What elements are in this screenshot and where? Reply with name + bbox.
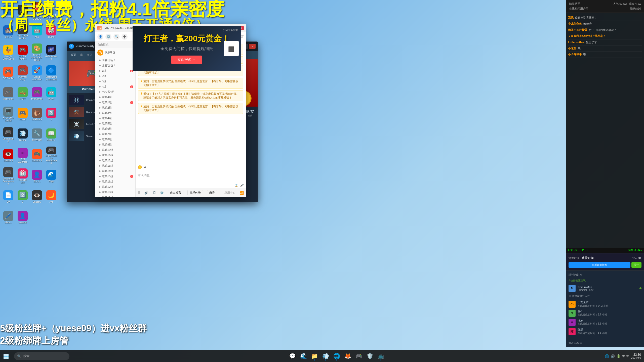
- desktop-icon-33[interactable]: 🏥 Hospital 000: [16, 166, 29, 186]
- tree-item-19[interactable]: ▶ 吃鸡13组: [95, 163, 135, 168]
- tree-item-8[interactable]: ▶ 吃鸡2组: [95, 105, 135, 110]
- music-btn[interactable]: 音乐体验: [187, 190, 203, 195]
- tree-item-11[interactable]: ▶ 吃鸡5组: [95, 121, 135, 126]
- taskbar-wechat[interactable]: 💬: [287, 351, 297, 361]
- desktop-icon-39[interactable]: 🌙 Arc: [44, 187, 58, 207]
- tree-item-3[interactable]: ▶ 3组: [95, 79, 135, 84]
- font-button[interactable]: A: [144, 165, 146, 169]
- banner-cta-btn[interactable]: 立即报名 →: [171, 56, 202, 64]
- taskbar-edge[interactable]: 🌊: [298, 351, 308, 361]
- desktop-icon-38[interactable]: 👁️ Shadow: [30, 187, 44, 207]
- app-center-btn[interactable]: 应用中心: [224, 191, 235, 195]
- desktop-icon-1[interactable]: 🎵 Studio One: [16, 1, 29, 21]
- mic-icon[interactable]: 🎵: [152, 191, 156, 195]
- desktop-icon-19[interactable]: 🤖 WAAI: [44, 84, 58, 104]
- desktop-icon-24[interactable]: 🎮 LeadTeam8: [1, 125, 15, 145]
- desktop-icon-41[interactable]: 👤 tuese09: [16, 207, 29, 228]
- desktop-icon-4[interactable]: 🏰 迪士尼: [1, 22, 15, 42]
- free-speak-btn[interactable]: 自由发言: [168, 190, 183, 195]
- desktop-icon-28[interactable]: 👁️ Outlast 2: [1, 146, 15, 166]
- taskbar-yy[interactable]: 📺: [376, 351, 386, 361]
- desktop-icon-13[interactable]: 🎮 Pummel Party: [16, 63, 29, 83]
- nav-search-icon[interactable]: 🔍: [113, 34, 119, 40]
- tree-item-5[interactable]: ▶ 七少爷4组: [95, 89, 135, 95]
- nav-settings-icon[interactable]: ⚙️: [105, 34, 111, 40]
- taskbar-explorer[interactable]: 📁: [309, 351, 319, 361]
- desktop-icon-6[interactable]: 🤖 AI出: [30, 22, 44, 42]
- volume-icon[interactable]: 🔊: [144, 191, 148, 195]
- desktop-icon-10[interactable]: 🎨 Draw & Play by Re-Build: [30, 42, 44, 63]
- desktop-icon-31[interactable]: 🎮 SuperMassive Remastered: [44, 146, 58, 166]
- network-icon[interactable]: 🌐: [605, 354, 609, 358]
- desktop-icon-29[interactable]: ∞ 无限WGames: [16, 146, 29, 166]
- desktop-icon-16[interactable]: 🎮 WesMame: [1, 84, 15, 104]
- desktop-icon-26[interactable]: 🔧 DEVPOR: [30, 125, 44, 145]
- tree-item-2[interactable]: ▶ 2组: [95, 73, 135, 79]
- settings-icon[interactable]: ⚙️: [160, 191, 164, 195]
- nav-add-icon[interactable]: ➕: [122, 34, 128, 40]
- nav-home[interactable]: 首页: [69, 52, 77, 58]
- taskbar-shield[interactable]: 🛡️: [365, 351, 375, 361]
- ime-icon[interactable]: 中: [622, 354, 625, 358]
- desktop-icon-9[interactable]: 🎮 Roblox Frontier: [16, 42, 29, 63]
- tree-item-25[interactable]: ▶ 吃鸡19组: [95, 195, 135, 197]
- tree-item-6[interactable]: ▶ 吃鸡4组: [95, 95, 135, 100]
- signal-icon[interactable]: 📶: [239, 191, 244, 195]
- desktop-icon-7[interactable]: 🎲 DLots: [44, 22, 58, 42]
- desktop-icon-15[interactable]: 🔷 Blackwoods Microsoft: [44, 63, 58, 83]
- desktop-icon-32[interactable]: 🎮 Secondold Remastered: [1, 166, 15, 186]
- desktop-icon-14[interactable]: 🚀 Broad Launcher: [30, 63, 44, 83]
- taskbar-chrome[interactable]: 🌐: [332, 351, 342, 361]
- desktop-icon-21[interactable]: 🎮 XOPK: [16, 104, 29, 124]
- desktop-icon-2[interactable]: 🎯 PUBG BATTLEGROUNDS: [30, 1, 44, 21]
- close-button[interactable]: ✕: [249, 44, 256, 49]
- volume-icon[interactable]: 🔊: [611, 354, 615, 358]
- tree-item-7[interactable]: ▶ 吃鸡1组1: [95, 100, 135, 105]
- nav-store[interactable]: 商店: [85, 52, 94, 58]
- search-bar[interactable]: 🔍 搜索: [14, 352, 69, 360]
- battery-icon[interactable]: 🔋: [616, 354, 621, 358]
- tree-item-18[interactable]: ▶ 吃鸡12组: [95, 158, 135, 163]
- tree-item-16[interactable]: ▶ 吃鸡10组: [95, 147, 135, 153]
- desktop-icon-17[interactable]: 🛶 RAFT: [16, 84, 29, 104]
- desktop-icon-18[interactable]: 🎮 PrisGames: [30, 84, 44, 104]
- nav-avatar-icon[interactable]: 👤: [97, 34, 103, 40]
- desktop-icon-23[interactable]: 3️⃣ 3: [44, 104, 58, 124]
- expand-icon[interactable]: ⊞: [638, 341, 641, 345]
- desktop-icon-36[interactable]: 📄 CV: [1, 187, 15, 207]
- tree-item-17[interactable]: ▶ 吃鸡11组: [95, 153, 135, 158]
- desktop-icon-12[interactable]: 🎮 GG Studio: [1, 63, 15, 83]
- tree-item-13[interactable]: ▶ 吃鸡7组: [95, 131, 135, 137]
- lang-icon[interactable]: 中: [626, 354, 629, 358]
- desktop-icon-5[interactable]: 🎮 The Player Center: [16, 22, 29, 42]
- send-options-icon[interactable]: ⌛: [235, 184, 238, 187]
- desktop-icon-0[interactable]: 🎮 BIGW2ME: [1, 1, 15, 21]
- record-btn[interactable]: 录音: [207, 190, 217, 195]
- desktop-icon-11[interactable]: 🌌 Galacticware: [44, 42, 58, 63]
- news-btn[interactable]: 查看最新新闻: [569, 262, 630, 268]
- follow-btn[interactable]: 关注: [631, 262, 641, 268]
- tree-item-1[interactable]: ▶ 1组1: [95, 68, 135, 73]
- taskbar-steam[interactable]: 💨: [320, 351, 331, 361]
- tree-item-4[interactable]: ▶ 4组1: [95, 84, 135, 89]
- desktop-icon-27[interactable]: 📖 Read I...: [44, 125, 58, 145]
- voice-icon[interactable]: 🎤: [240, 184, 244, 187]
- tree-item-12[interactable]: ▶ 吃鸡6组: [95, 126, 135, 131]
- my-channel[interactable]: 马 快乐马场: [95, 48, 135, 57]
- tree-item-15[interactable]: ▶ 吃鸡9组: [95, 142, 135, 147]
- chat-text-input[interactable]: [136, 171, 246, 183]
- desktop-icon-8[interactable]: 🦆 Google Duck Duck: [1, 42, 15, 63]
- desktop-icon-3[interactable]: 💎 Diamond Together: [44, 1, 58, 21]
- clock[interactable]: 23:30 2024/9/9: [631, 353, 641, 359]
- tree-item-9[interactable]: ▶ 吃鸡3组: [95, 110, 135, 116]
- tree-item-10[interactable]: ▶ 吃鸡4组: [95, 116, 135, 121]
- desktop-icon-34[interactable]: 👤 五大人: [30, 166, 44, 186]
- desktop-icon-30[interactable]: 🎮 Counter 2: [30, 146, 44, 166]
- desktop-icon-40[interactable]: 🖊️ Slate...: [1, 207, 15, 228]
- tree-item-0[interactable]: ▶ 比赛现场！: [95, 63, 135, 68]
- nav-library[interactable]: 库: [78, 52, 84, 58]
- desktop-icon-22[interactable]: 🐌 Snailware: [30, 104, 44, 124]
- desktop-icon-20[interactable]: 🖥️ DisplayWx Center: [1, 104, 15, 124]
- start-button[interactable]: [0, 350, 12, 362]
- desktop-icon-35[interactable]: 🌊 Edge: [44, 166, 58, 186]
